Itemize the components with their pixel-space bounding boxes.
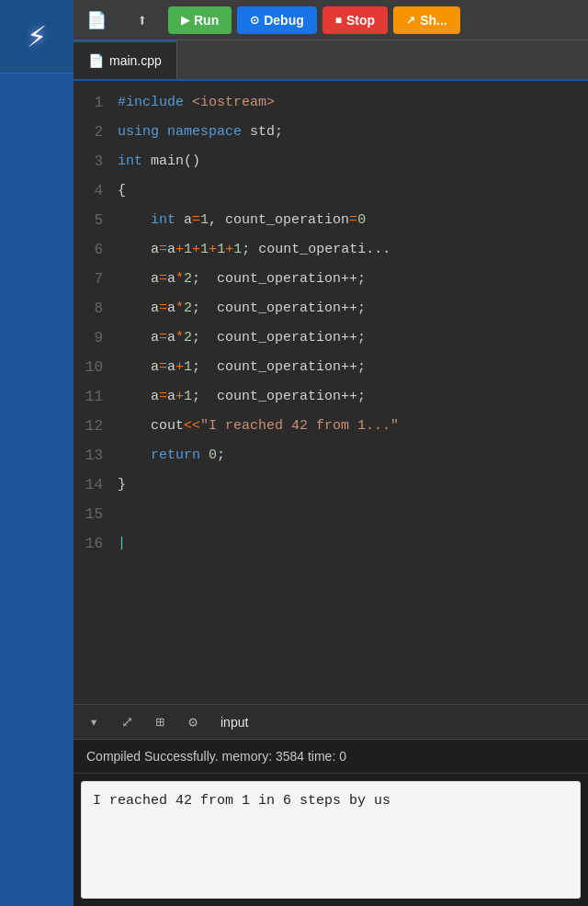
code-line: 6 a=a+1+1+1+1; count_operati... [74, 235, 588, 265]
tab-bar: 📄 main.cpp [74, 40, 588, 81]
line-content: using namespace std; [118, 119, 283, 146]
main-area: 📄 ⬆ ▶ Run ⊙ Debug ■ Stop ↗ Sh... 📄 main.… [74, 0, 588, 906]
code-line: 16| [74, 529, 588, 559]
share-button[interactable]: ↗ Sh... [393, 6, 460, 34]
run-label: Run [194, 13, 219, 28]
tab-main-cpp[interactable]: 📄 main.cpp [74, 40, 177, 79]
line-number: 3 [74, 148, 118, 176]
line-number: 5 [74, 207, 118, 234]
share-label: Sh... [420, 13, 447, 28]
upload-icon: ⬆ [138, 10, 148, 30]
line-content: { [118, 177, 126, 205]
code-line: 3int main() [74, 147, 588, 176]
line-number: 12 [74, 413, 118, 440]
debug-button[interactable]: ⊙ Debug [237, 6, 317, 34]
gear-icon: ⚙ [188, 713, 198, 731]
line-content: a=a+1; count_operation++; [118, 383, 366, 411]
expand-icon: ⤢ [121, 713, 133, 731]
tab-file-icon: 📄 [88, 53, 104, 68]
line-content: a=a+1+1+1+1; count_operati... [118, 236, 390, 264]
lightning-icon: ⚡ [27, 17, 47, 57]
stop-label: Stop [346, 13, 375, 28]
code-line: 12 cout<<"I reached 42 from 1..." [74, 412, 588, 441]
code-line: 7 a=a*2; count_operation++; [74, 265, 588, 294]
code-line: 10 a=a+1; count_operation++; [74, 353, 588, 382]
share-icon: ↗ [406, 14, 415, 27]
new-file-button[interactable]: 📄 [74, 0, 119, 40]
line-content: int main() [118, 148, 200, 176]
line-number: 8 [74, 295, 118, 323]
line-content: a=a*2; count_operation++; [118, 295, 366, 323]
line-content: a=a*2; count_operation++; [118, 266, 366, 293]
output-area[interactable]: I reached 42 from 1 in 6 steps by us [81, 781, 581, 899]
play-icon: ▶ [181, 14, 189, 27]
code-line: 9 a=a*2; count_operation++; [74, 323, 588, 353]
panel-tab-label: input [220, 715, 248, 730]
line-content: a=a*2; count_operation++; [118, 324, 366, 352]
code-line: 1#include <iostream> [74, 88, 588, 118]
upload-button[interactable]: ⬆ [119, 0, 165, 40]
split-icon: ⊞ [155, 713, 164, 731]
tab-label: main.cpp [109, 53, 162, 68]
line-number: 16 [74, 530, 118, 558]
panel-toolbar: ▾ ⤢ ⊞ ⚙ input [74, 705, 588, 740]
new-file-icon: 📄 [86, 10, 107, 30]
panel-expand-button[interactable]: ⤢ [114, 709, 140, 735]
code-line: 8 a=a*2; count_operation++; [74, 294, 588, 323]
code-content: 1#include <iostream>2using namespace std… [74, 81, 588, 704]
debug-icon: ⊙ [250, 14, 259, 27]
sidebar-logo: ⚡ [0, 0, 74, 74]
panel-collapse-button[interactable]: ▾ [81, 709, 107, 735]
line-content: #include <iostream> [118, 89, 275, 117]
line-number: 10 [74, 354, 118, 381]
code-line: 11 a=a+1; count_operation++; [74, 382, 588, 412]
line-number: 2 [74, 119, 118, 146]
toolbar: 📄 ⬆ ▶ Run ⊙ Debug ■ Stop ↗ Sh... [74, 0, 588, 40]
line-content: | [118, 530, 126, 558]
output-text: I reached 42 from 1 in 6 steps by us [93, 793, 390, 809]
line-content: cout<<"I reached 42 from 1..." [118, 413, 399, 440]
code-editor[interactable]: 1#include <iostream>2using namespace std… [74, 81, 588, 704]
bottom-panel: ▾ ⤢ ⊞ ⚙ input Compiled Successfully. mem… [74, 704, 588, 906]
code-line: 5 int a=1, count_operation=0 [74, 206, 588, 235]
stop-icon: ■ [335, 14, 342, 27]
line-number: 1 [74, 89, 118, 117]
compile-status: Compiled Successfully. memory: 3584 time… [74, 740, 588, 774]
panel-settings-button[interactable]: ⚙ [180, 709, 206, 735]
line-content: return 0; [118, 442, 225, 470]
sidebar: ⚡ [0, 0, 74, 906]
code-line: 15 [74, 500, 588, 529]
code-line: 2using namespace std; [74, 118, 588, 147]
panel-split-button[interactable]: ⊞ [147, 709, 173, 735]
line-number: 14 [74, 471, 118, 499]
debug-label: Debug [264, 13, 304, 28]
line-number: 7 [74, 266, 118, 293]
line-content: } [118, 471, 126, 499]
line-number: 13 [74, 442, 118, 470]
run-button[interactable]: ▶ Run [168, 6, 232, 34]
line-number: 4 [74, 177, 118, 205]
line-number: 9 [74, 324, 118, 352]
code-line: 14} [74, 470, 588, 500]
line-number: 11 [74, 383, 118, 411]
code-line: 4{ [74, 176, 588, 206]
line-number: 15 [74, 501, 118, 528]
stop-button[interactable]: ■ Stop [322, 6, 388, 34]
line-content: a=a+1; count_operation++; [118, 354, 366, 381]
line-number: 6 [74, 236, 118, 264]
code-line: 13 return 0; [74, 441, 588, 470]
line-content: int a=1, count_operation=0 [118, 207, 366, 234]
chevron-down-icon: ▾ [89, 713, 98, 731]
